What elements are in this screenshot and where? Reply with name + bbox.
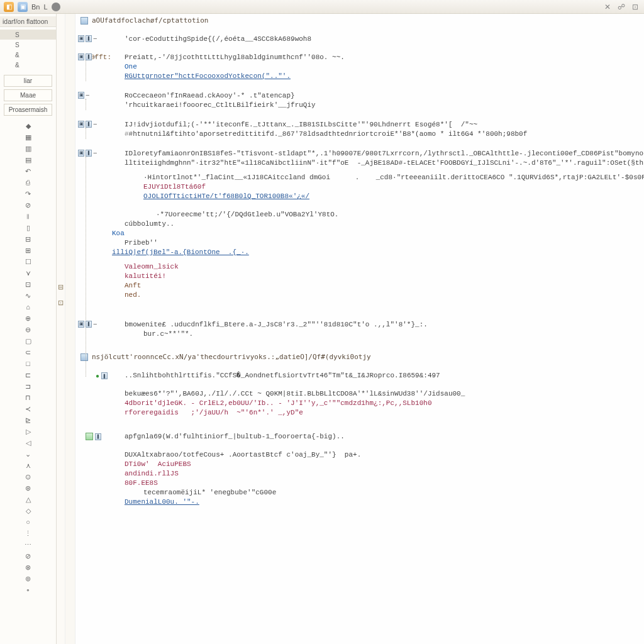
strip-icon[interactable]: ⊛: [23, 483, 33, 493]
panel-button-1[interactable]: liar: [4, 75, 52, 87]
code-line[interactable]: kalutitéi!: [80, 272, 644, 281]
code-line[interactable]: Anft: [80, 281, 644, 291]
strip-icon[interactable]: ☐: [23, 257, 33, 267]
strip-icon[interactable]: ◇: [23, 506, 33, 516]
strip-icon[interactable]: ⊚: [23, 574, 33, 584]
fold-icon[interactable]: ▣: [78, 92, 84, 99]
strip-icon[interactable]: ⊓: [23, 392, 33, 402]
code-editor[interactable]: aOUfatdfoclachøf/cptattotion ▣ ❚ − 'cor·…: [75, 14, 644, 644]
strip-icon[interactable]: ⊟: [23, 234, 33, 244]
block-marker[interactable]: ▣ ❚ −: [78, 120, 97, 128]
strip-icon[interactable]: ▤: [23, 155, 33, 165]
strip-icon[interactable]: ⊂: [23, 347, 33, 357]
strip-icon[interactable]: ∿: [23, 291, 33, 301]
code-line[interactable]: rforeregaidis ;'/jaUU/h ~"'6n*'.' _,yD"e: [80, 408, 644, 418]
code-line[interactable]: DumenialL00u. '"-.: [80, 497, 644, 507]
collapse-icon[interactable]: −: [93, 35, 97, 42]
toolbar-dot-icon[interactable]: [52, 3, 60, 11]
code-line[interactable]: EJUY1Dtl8Ttá60f: [80, 182, 644, 192]
strip-icon[interactable]: ◁: [23, 438, 33, 448]
settings-icon[interactable]: ✕: [602, 2, 613, 12]
code-line[interactable]: andindi.rllJS: [80, 469, 644, 479]
panel-item[interactable]: S: [0, 30, 56, 40]
fold-icon[interactable]: ▣: [78, 150, 84, 157]
gutter-icon[interactable]: ⊡: [58, 299, 64, 307]
breakpoint-gutter[interactable]: ⊟ ⊡: [57, 14, 65, 644]
strip-icon[interactable]: △: [23, 494, 33, 504]
strip-icon[interactable]: ⊵: [23, 415, 33, 425]
panel-item[interactable]: &: [0, 60, 56, 70]
code-line[interactable]: apfgnla69(W.d'fulhtiniorf_|bultub-1_foor…: [80, 432, 644, 441]
code-line[interactable]: DTi0w' AciuPEBS: [80, 460, 644, 469]
code-line[interactable]: ##htnutnil&ftihto'aporsetredittitifd._86…: [80, 130, 644, 139]
strip-icon[interactable]: ∘: [23, 585, 33, 595]
tool-icon-1[interactable]: ☍: [616, 2, 626, 12]
strip-icon[interactable]: ⊞: [23, 245, 33, 255]
code-line[interactable]: lltiteiighdmghnn"·itr32"htE"«1l18CaNibct…: [80, 158, 644, 168]
strip-icon[interactable]: ≺: [23, 404, 33, 414]
strip-icon[interactable]: ⊕: [23, 313, 33, 323]
strip-icon[interactable]: ⌄: [23, 449, 33, 459]
block-marker[interactable]: ▣ −: [78, 91, 89, 99]
block-marker[interactable]: ▣ ❚ −: [78, 53, 97, 60]
fold-icon[interactable]: ▣: [78, 53, 84, 60]
strip-icon[interactable]: ▦: [23, 132, 33, 142]
code-line[interactable]: IJ!idvjiotdufil;(-'**'iteconfE._tJttanx_…: [80, 120, 644, 130]
strip-icon[interactable]: ⋏: [23, 460, 33, 470]
code-keyword[interactable]: One: [125, 63, 137, 70]
section-icon[interactable]: [80, 17, 88, 25]
code-line[interactable]: ·*7Uoreecme'tt;/'{/DQdGtleeb.u"VOBa2Yl'Y…: [80, 210, 644, 219]
bookmark-icon[interactable]: ❚: [86, 321, 92, 328]
bookmark-icon[interactable]: ❚: [86, 150, 92, 157]
code-line[interactable]: 'rhcuitkaraei!fooorec_CtltLBilfieirk'__j…: [80, 101, 644, 110]
bookmark-icon[interactable]: ❚: [101, 372, 108, 379]
strip-icon[interactable]: ⊖: [23, 325, 33, 335]
code-line[interactable]: DUXAltxabraoo/totfeCous+ .AoortastBtcf c…: [80, 450, 644, 460]
block-marker[interactable]: ▣ ❚ −: [78, 149, 97, 157]
bookmark-icon[interactable]: ❚: [86, 35, 92, 42]
panel-item[interactable]: &: [0, 50, 56, 60]
collapse-icon[interactable]: −: [93, 120, 97, 128]
strip-icon[interactable]: ▷: [23, 426, 33, 436]
fold-icon[interactable]: ▣: [78, 121, 84, 128]
strip-icon[interactable]: ⎙: [23, 177, 33, 187]
block-marker[interactable]: ▣ ❚ −: [78, 320, 97, 328]
code-line[interactable]: 80F.EE8S: [80, 479, 644, 488]
code-line[interactable]: ..Snlihtbohthlrttifis."CCfS�_AondnetfLsi…: [80, 371, 644, 380]
panel-button-2[interactable]: Maae: [4, 89, 52, 101]
collapse-icon[interactable]: −: [93, 320, 97, 328]
code-line[interactable]: 4dborit'djleGK. - CrlEL2,eb0UU/'Ib.. - '…: [80, 399, 644, 408]
green-dot-icon[interactable]: ●: [96, 372, 99, 379]
strip-icon[interactable]: ▢: [23, 336, 33, 346]
code-line[interactable]: bmowenite£ .uducdnflkfi_Btere.a-J_JsC8'r…: [80, 320, 644, 330]
strip-icon[interactable]: ⋯: [23, 540, 33, 550]
strip-icon[interactable]: ◆: [23, 121, 33, 131]
collapse-icon[interactable]: −: [93, 53, 97, 60]
code-line[interactable]: bekuæes6*'?"',BA60J,./Il/./.CCt ~ Q0KM|8…: [80, 389, 644, 399]
strip-icon[interactable]: ⊐: [23, 381, 33, 391]
code-line[interactable]: bur.c~**'"*.: [80, 330, 644, 339]
code-link[interactable]: RGUttgrnoter"hcttFocooxodYotkecon(".."'.: [125, 72, 291, 80]
strip-icon[interactable]: ⊘: [23, 200, 33, 210]
bookmark-icon[interactable]: ❚: [86, 121, 92, 128]
strip-icon[interactable]: □: [23, 358, 33, 369]
app-icon-2[interactable]: ▣: [18, 2, 28, 12]
collapse-icon[interactable]: −: [86, 91, 89, 99]
strip-icon[interactable]: ⫴: [23, 211, 33, 221]
fold-gutter[interactable]: [65, 14, 75, 644]
code-line[interactable]: illiQ|ef(jBel"-a.{BiontOne .{_·.: [80, 248, 644, 257]
strip-icon[interactable]: ⋮: [23, 528, 33, 538]
code-line[interactable]: ·Hintortlnot*'_flaCint__«1J18CAitccland …: [80, 173, 644, 182]
strip-icon[interactable]: ⊙: [23, 472, 33, 482]
block-marker[interactable]: ▣ ❚ −: [78, 35, 97, 42]
code-line[interactable]: cúbbolumty..: [80, 219, 644, 229]
code-line[interactable]: Pribeb'': [80, 238, 644, 248]
code-line[interactable]: OJOLIOfTtictiHTe/t'f68B0lQ_TOR100B8«'¿«/: [80, 192, 644, 201]
section-icon[interactable]: [86, 433, 93, 440]
tool-icon-2[interactable]: ⊡: [630, 2, 640, 12]
code-line[interactable]: 'cor·eCoduttihgSpide{(/,éoéta__4SCC8kA68…: [80, 35, 644, 44]
bookmark-icon[interactable]: ❚: [95, 433, 101, 440]
strip-icon[interactable]: ↷: [23, 189, 33, 199]
fold-icon[interactable]: ▣: [78, 35, 84, 42]
code-line[interactable]: tecemraomëijiL* 'enegbube'"cG00e: [80, 488, 644, 497]
